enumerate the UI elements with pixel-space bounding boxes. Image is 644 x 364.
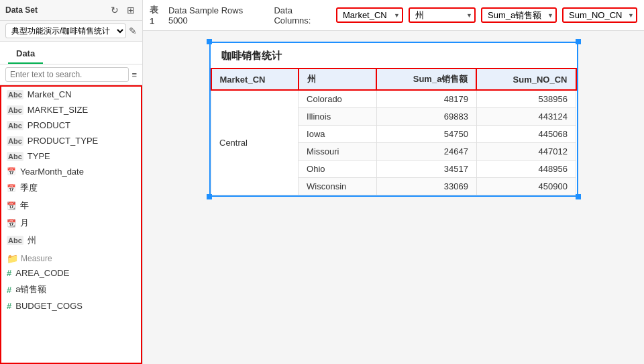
field-type-abc: Abc: [7, 152, 23, 161]
cell-state: Colorado: [299, 90, 377, 108]
field-name: TYPE: [28, 151, 50, 161]
col-select-sum-no[interactable]: Sum_NO_CN: [562, 7, 637, 23]
top-bar: 表1 Data Sample Rows 5000 Data Columns: M…: [143, 0, 644, 31]
col-dropdown-zhou[interactable]: 州: [409, 7, 476, 23]
corner-handle-tr: [576, 39, 581, 44]
dataset-select[interactable]: 典型功能演示/咖啡销售统计: [5, 24, 126, 38]
columns-label: Data Columns:: [274, 5, 331, 26]
field-name: 州: [28, 234, 36, 246]
cell-sum-a: 34517: [376, 161, 476, 178]
table-name: Data Sample Rows 5000: [168, 5, 264, 26]
table-title: 咖啡销售统计: [211, 43, 577, 68]
field-name: AREA_CODE: [15, 268, 69, 278]
field-type-abc: Abc: [7, 121, 23, 130]
field-item-product[interactable]: Abc PRODUCT: [1, 118, 141, 133]
field-type-abc: Abc: [7, 136, 23, 146]
dataset-selector: 典型功能演示/咖啡销售统计 ✎: [0, 21, 142, 42]
field-item-yearmonth[interactable]: 📅 YearMonth_date: [1, 164, 141, 179]
col-dropdown-market[interactable]: Market_CN: [336, 7, 403, 23]
field-item-a-sales[interactable]: # a销售额: [1, 281, 141, 298]
field-type-num: #: [7, 301, 11, 311]
col-dropdown-sum-no[interactable]: Sum_NO_CN: [562, 7, 637, 23]
menu-icon[interactable]: ≡: [131, 70, 137, 80]
search-input[interactable]: [5, 67, 129, 82]
measure-label: Measure: [21, 254, 52, 263]
field-type-num: #: [7, 268, 11, 278]
field-item-area-code[interactable]: # AREA_CODE: [1, 265, 141, 281]
field-type-abc: Abc: [7, 105, 23, 115]
field-type-date: 📆: [7, 201, 16, 210]
col-header-state: 州: [299, 69, 377, 90]
dataset-icons: ↻ ⊞: [109, 4, 137, 16]
field-item-quarter[interactable]: 📅 季度: [1, 179, 141, 197]
refresh-icon[interactable]: ↻: [109, 4, 121, 16]
field-type-date: 📅: [7, 184, 16, 193]
field-name: MARKET_SIZE: [28, 105, 88, 115]
left-panel: Data Set ↻ ⊞ 典型功能演示/咖啡销售统计 ✎ Data ≡ Abc …: [0, 0, 143, 364]
dataset-header: Data Set ↻ ⊞: [0, 0, 142, 21]
edit-icon[interactable]: ✎: [129, 26, 137, 36]
folder-icon: 📁: [7, 253, 18, 264]
cell-state: Ohio: [299, 161, 377, 178]
cell-sum-no: 538956: [476, 90, 576, 108]
measure-section: 📁 Measure: [1, 249, 141, 265]
search-bar: ≡: [0, 64, 142, 85]
field-item-product-type[interactable]: Abc PRODUCT_TYPE: [1, 133, 141, 148]
col-select-zhou[interactable]: 州: [409, 7, 476, 23]
data-tab[interactable]: Data: [8, 44, 43, 64]
field-item-type[interactable]: Abc TYPE: [1, 148, 141, 164]
cell-sum-no: 445068: [476, 126, 576, 143]
field-name: PRODUCT_TYPE: [28, 136, 98, 146]
corner-handle-tl: [207, 39, 212, 44]
cell-sum-a: 24647: [376, 143, 476, 161]
dataset-title: Data Set: [5, 5, 38, 15]
cell-state: Illinois: [299, 108, 377, 126]
field-name: BUDGET_COGS: [15, 301, 83, 311]
field-item-market-cn[interactable]: Abc Market_CN: [1, 87, 141, 102]
field-type-num: #: [7, 285, 11, 295]
field-type-abc: Abc: [7, 236, 23, 245]
field-name: 月: [20, 217, 29, 229]
field-item-market-size[interactable]: Abc MARKET_SIZE: [1, 102, 141, 118]
col-dropdown-sum-a[interactable]: Sum_a销售额: [481, 7, 557, 23]
cell-sum-no: 448956: [476, 161, 576, 178]
settings-icon[interactable]: ⊞: [125, 4, 137, 16]
field-name: PRODUCT: [28, 120, 70, 130]
col-select-sum-a[interactable]: Sum_a销售额: [481, 7, 557, 23]
field-name: 季度: [20, 182, 38, 194]
table-row: Central Colorado 48179 538956: [211, 90, 576, 108]
field-item-budget-cogs[interactable]: # BUDGET_COGS: [1, 298, 141, 314]
corner-handle-bl: [207, 194, 212, 199]
cell-sum-a: 69883: [376, 108, 476, 126]
table-header-row: Market_CN 州 Sum_a销售额 Sum_NO_CN: [211, 69, 576, 90]
right-panel: 表1 Data Sample Rows 5000 Data Columns: M…: [143, 0, 644, 364]
cell-sum-no: 443124: [476, 108, 576, 126]
field-type-date: 📆: [7, 219, 16, 228]
cell-state: Iowa: [299, 126, 377, 143]
table-wrapper: 咖啡销售统计 Market_CN 州 Sum_a销售额 Sum_NO_CN Ce…: [209, 42, 578, 197]
field-list: Abc Market_CN Abc MARKET_SIZE Abc PRODUC…: [0, 85, 142, 364]
cell-state: Missouri: [299, 143, 377, 161]
resize-handle[interactable]: [576, 194, 581, 199]
field-item-zhou[interactable]: Abc 州: [1, 232, 141, 249]
field-name: YearMonth_date: [20, 167, 84, 177]
cell-sum-a: 54750: [376, 126, 476, 143]
cell-state: Wisconsin: [299, 178, 377, 195]
main-content: 咖啡销售统计 Market_CN 州 Sum_a销售额 Sum_NO_CN Ce…: [143, 31, 644, 364]
field-name: Market_CN: [28, 89, 72, 99]
field-type-date: 📅: [7, 167, 16, 176]
field-item-year[interactable]: 📆 年: [1, 197, 141, 214]
col-header-market: Market_CN: [211, 69, 299, 90]
cell-sum-no: 450900: [476, 178, 576, 195]
field-name: a销售额: [15, 283, 46, 295]
field-name: 年: [20, 199, 29, 212]
cell-sum-no: 447012: [476, 143, 576, 161]
cell-market: Central: [211, 90, 299, 195]
field-item-month[interactable]: 📆 月: [1, 214, 141, 232]
data-table: Market_CN 州 Sum_a销售额 Sum_NO_CN Central C…: [211, 68, 577, 195]
col-header-sum-a: Sum_a销售额: [376, 69, 476, 90]
table-container: 咖啡销售统计 Market_CN 州 Sum_a销售额 Sum_NO_CN Ce…: [209, 42, 578, 197]
table-label: 表1: [150, 4, 163, 26]
col-select-market[interactable]: Market_CN: [336, 7, 403, 23]
cell-sum-a: 33069: [376, 178, 476, 195]
